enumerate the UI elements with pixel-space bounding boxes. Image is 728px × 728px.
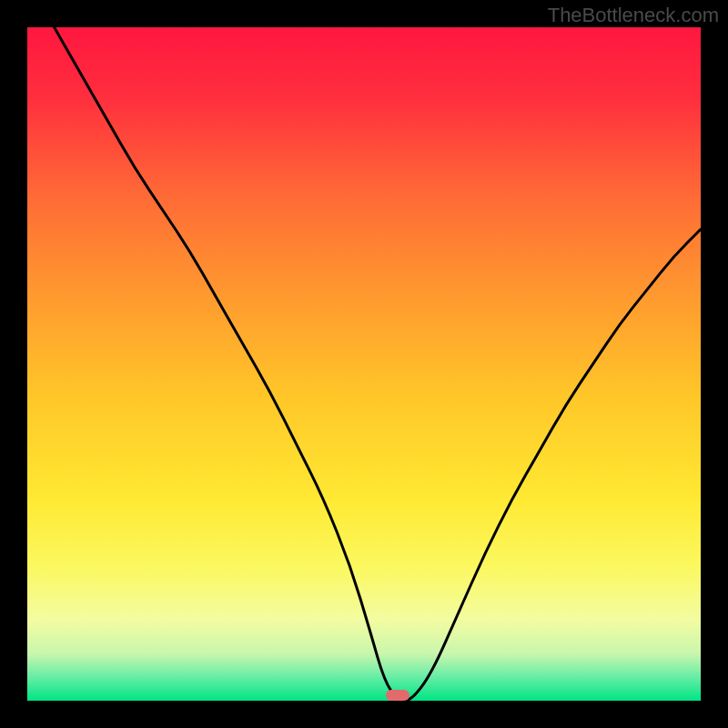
bottleneck-curve xyxy=(27,27,701,701)
chart-frame: TheBottleneck.com xyxy=(0,0,728,728)
watermark-text: TheBottleneck.com xyxy=(548,4,719,27)
plot-area xyxy=(27,27,701,701)
optimal-point-marker xyxy=(386,690,410,701)
